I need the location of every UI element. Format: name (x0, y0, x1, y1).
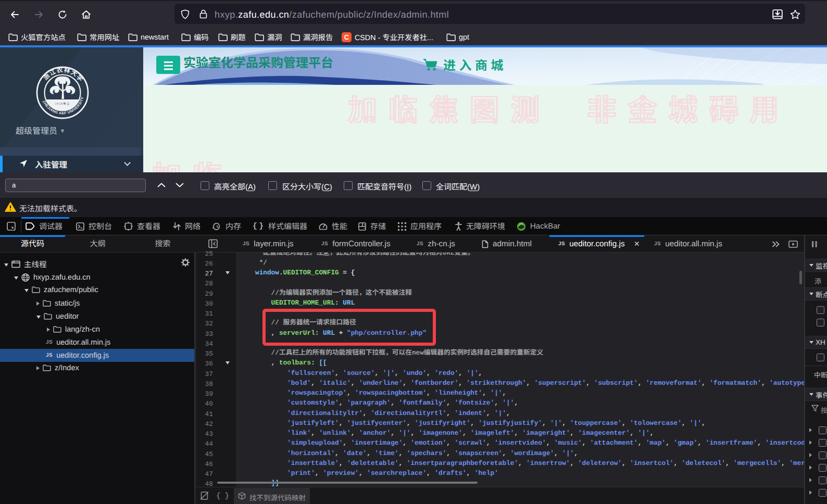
svg-text:1958年立: 1958年立 (55, 102, 70, 106)
svg-text:C: C (344, 33, 349, 41)
